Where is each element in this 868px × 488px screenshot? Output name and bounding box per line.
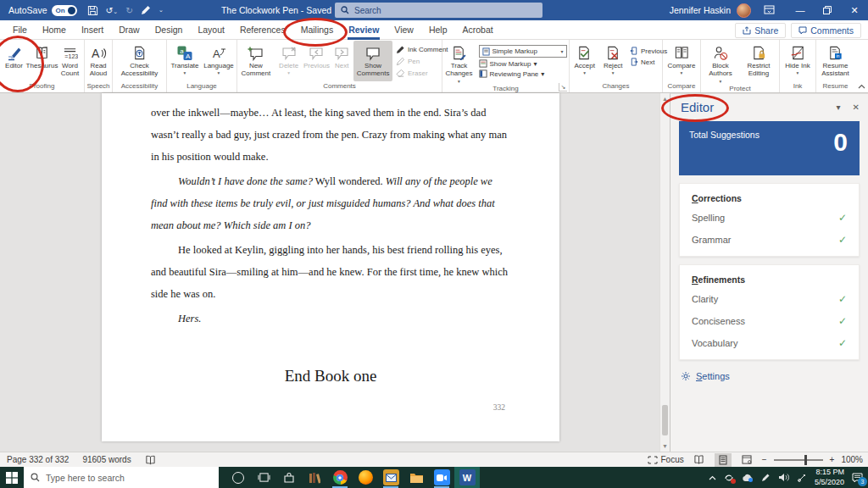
- document-page[interactable]: over the inkwell—maybe… At least, the ki…: [102, 93, 559, 441]
- accept-button[interactable]: Accept ▾: [570, 41, 599, 81]
- task-view-button[interactable]: [251, 467, 276, 488]
- library-button[interactable]: [302, 467, 327, 488]
- tab-file[interactable]: File: [5, 20, 35, 40]
- undo-icon[interactable]: ↺⌄: [106, 5, 119, 15]
- zoom-slider[interactable]: [774, 459, 823, 461]
- markup-select[interactable]: Simple Markup ▾: [479, 45, 567, 58]
- tab-insert[interactable]: Insert: [74, 20, 111, 40]
- tab-layout[interactable]: Layout: [190, 20, 232, 40]
- scrollbar-thumb[interactable]: [662, 405, 668, 435]
- search-bar[interactable]: [335, 3, 542, 18]
- restore-button[interactable]: [814, 0, 841, 20]
- avatar[interactable]: [737, 3, 751, 18]
- chrome-button[interactable]: [327, 467, 353, 488]
- firefox-button[interactable]: [353, 467, 378, 488]
- conciseness-row[interactable]: Conciseness ✓: [680, 310, 859, 332]
- spelling-row[interactable]: Spelling ✓: [680, 207, 859, 229]
- tab-home[interactable]: Home: [35, 20, 74, 40]
- reviewing-pane-button[interactable]: Reviewing Pane ▾: [479, 69, 567, 78]
- pane-options-icon[interactable]: ▾: [837, 103, 841, 112]
- vocabulary-row[interactable]: Vocabulary ✓: [680, 332, 859, 359]
- minimize-button[interactable]: —: [787, 0, 814, 20]
- previous-change-button[interactable]: Previous: [630, 47, 660, 55]
- taskbar-search-input[interactable]: [46, 473, 194, 483]
- file-explorer-button[interactable]: [403, 467, 429, 488]
- customize-qat-icon[interactable]: ⌄: [159, 7, 164, 14]
- read-aloud-button[interactable]: A Read Aloud: [85, 41, 112, 81]
- tab-design[interactable]: Design: [147, 20, 191, 40]
- grammar-row[interactable]: Grammar ✓: [680, 229, 859, 256]
- editor-settings-link[interactable]: Settings: [670, 368, 868, 385]
- thesaurus-button[interactable]: Thesaurus: [28, 41, 57, 81]
- store-button[interactable]: [276, 467, 302, 488]
- show-markup-button[interactable]: Show Markup ▾: [479, 59, 567, 68]
- read-mode-button[interactable]: [691, 453, 708, 467]
- zoom-slider-thumb[interactable]: [804, 455, 807, 465]
- word-count-button[interactable]: =123 Word Count: [57, 41, 84, 81]
- tab-draw[interactable]: Draw: [111, 20, 147, 40]
- tab-help[interactable]: Help: [421, 20, 455, 40]
- tab-acrobat[interactable]: Acrobat: [455, 20, 501, 40]
- translate-button[interactable]: aA Translate ▾: [168, 41, 202, 81]
- tab-references[interactable]: References: [232, 20, 293, 40]
- tray-chevron-up-icon[interactable]: [709, 475, 716, 480]
- hide-ink-button[interactable]: Hide Ink ▾: [781, 41, 815, 81]
- network-icon[interactable]: [797, 473, 807, 482]
- track-changes-button[interactable]: Track Changes ▾: [443, 41, 476, 84]
- resume-assistant-button[interactable]: in Resume Assistant: [817, 41, 854, 81]
- scroll-up-icon[interactable]: ▲: [660, 93, 670, 104]
- tracking-dialog-launcher-icon[interactable]: ↘: [559, 83, 567, 92]
- new-comment-button[interactable]: New Comment: [237, 41, 275, 81]
- restrict-editing-button[interactable]: Restrict Editing: [739, 41, 778, 84]
- zoom-in-button[interactable]: +: [830, 455, 835, 464]
- draw-touch-icon[interactable]: [141, 5, 151, 15]
- clarity-row[interactable]: Clarity ✓: [680, 288, 859, 310]
- next-change-button[interactable]: Next: [630, 58, 660, 66]
- show-comments-button[interactable]: Show Comments: [353, 41, 392, 81]
- notification-center-icon[interactable]: 3: [852, 473, 863, 483]
- clock[interactable]: 8:15 PM 5/5/2020: [815, 468, 844, 487]
- tab-mailings[interactable]: Mailings: [293, 20, 342, 40]
- document-scrollbar[interactable]: ▲ ▼: [659, 93, 670, 452]
- ink-comment-button[interactable]: Ink Comment: [396, 45, 440, 54]
- start-button[interactable]: [0, 467, 24, 488]
- block-authors-button[interactable]: Block Authors ▾: [702, 41, 739, 84]
- account-area[interactable]: Jennifer Haskin: [670, 0, 775, 20]
- ribbon-display-options-icon[interactable]: [764, 5, 775, 15]
- close-button[interactable]: ✕: [841, 0, 868, 20]
- web-layout-button[interactable]: [738, 453, 755, 467]
- onedrive-icon[interactable]: [742, 474, 754, 482]
- compare-button[interactable]: Compare ▾: [664, 41, 699, 81]
- word-taskbar-button[interactable]: W: [454, 467, 480, 488]
- zoom-level[interactable]: 100%: [841, 455, 863, 464]
- print-layout-button[interactable]: [715, 453, 732, 467]
- pane-close-icon[interactable]: ✕: [853, 103, 860, 112]
- autosave-switch[interactable]: On: [52, 5, 77, 16]
- word-count-icon: =123: [62, 44, 78, 62]
- editor-button[interactable]: Editor: [1, 41, 28, 81]
- tab-review[interactable]: Review: [341, 20, 387, 40]
- zoom-app-button[interactable]: [429, 467, 454, 488]
- volume-icon[interactable]: [778, 473, 789, 482]
- pen-workspace-icon[interactable]: [761, 473, 771, 482]
- proofing-status-icon[interactable]: [145, 455, 156, 465]
- mail-button[interactable]: [378, 467, 403, 488]
- focus-button[interactable]: Focus: [648, 455, 684, 464]
- language-button[interactable]: A Language ▾: [202, 41, 236, 81]
- check-accessibility-button[interactable]: Check Accessibility: [114, 41, 165, 81]
- share-button[interactable]: Share: [735, 23, 786, 38]
- reject-button[interactable]: Reject ▾: [599, 41, 626, 81]
- collapse-ribbon-icon[interactable]: [854, 40, 868, 92]
- autosave-toggle[interactable]: AutoSave On: [8, 5, 77, 16]
- save-icon[interactable]: [87, 5, 98, 16]
- taskbar-search[interactable]: [24, 467, 219, 488]
- word-count-indicator[interactable]: 91605 words: [82, 455, 131, 464]
- zoom-out-button[interactable]: −: [762, 455, 767, 464]
- comments-button[interactable]: Comments: [791, 23, 861, 38]
- search-input[interactable]: [354, 6, 498, 15]
- scroll-down-icon[interactable]: ▼: [660, 441, 670, 452]
- page-indicator[interactable]: Page 332 of 332: [7, 455, 69, 464]
- cortana-button[interactable]: [225, 467, 251, 488]
- sync-error-icon[interactable]: [724, 473, 734, 483]
- tab-view[interactable]: View: [387, 20, 421, 40]
